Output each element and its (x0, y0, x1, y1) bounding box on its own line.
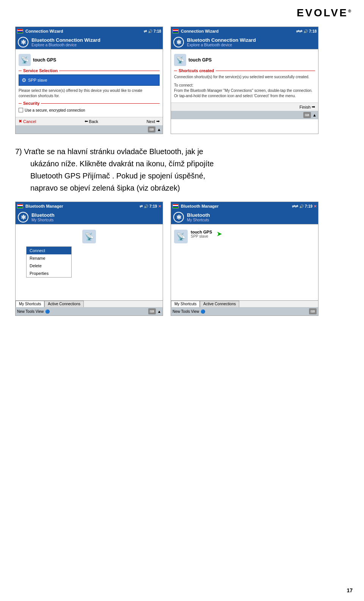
logo-registered: ® (348, 9, 353, 13)
wm-body-left: 📡 touch GPS Service Selection ⚙ SPP slav… (16, 49, 163, 117)
taskbar-right: ⌨ ▲ (171, 111, 318, 119)
bt-toolbar-right: New Tools View 🔵 ⌨ (171, 307, 318, 315)
green-arrow-icon: ➤ (217, 230, 222, 238)
cancel-button[interactable]: ✖ Cancel (19, 119, 36, 124)
header-title-right: Bluetooth Connection Wizard (187, 37, 256, 43)
wm-bt-header-right: ✻ Bluetooth My Shortcuts (171, 210, 318, 224)
bottom-screenshots-row: Bluetooth Manager ⇌ 🔊 7:19 ✕ ✻ Bluetooth… (15, 202, 349, 316)
titlebar-title-left: Connection Wizard (25, 29, 144, 33)
bluetooth-icon-left: ✻ (18, 37, 28, 47)
new-tools-icon-left: 🔵 (45, 309, 50, 314)
wm-bt-header-left: ✻ Bluetooth My Shortcuts (16, 210, 163, 224)
device-icon-left: 📡 (19, 54, 31, 66)
bt-shortcut-icon-left: 📡 (82, 230, 96, 243)
bt-header-title-right: Bluetooth (187, 212, 210, 218)
top-screenshots-row: Connection Wizard ⇌ 🔊 7:18 ✻ Bluetooth C… (15, 27, 349, 134)
body-line1: Vraťte se na hlavní stránku ovladače Blu… (24, 147, 203, 156)
new-tools-icon-right: 🔵 (201, 309, 205, 314)
cancel-icon: ✖ (19, 119, 22, 124)
tab-active-connections-right[interactable]: Active Connections (200, 301, 239, 307)
start-flag-icon-right (173, 29, 179, 33)
titlebar-icons-left: ⇌ 🔊 7:18 (144, 29, 161, 33)
screen-bt-manager-left: Bluetooth Manager ⇌ 🔊 7:19 ✕ ✻ Bluetooth… (15, 202, 163, 316)
security-checkbox-row: Use a secure, encrypted connection (19, 108, 160, 112)
next-button[interactable]: Next ➡ (146, 119, 160, 124)
shortcuts-description2: To connect: From the Bluetooth Manager "… (174, 83, 315, 99)
header-title-left: Bluetooth Connection Wizard (31, 37, 100, 43)
bt-icon-left: ✻ (18, 212, 28, 222)
bt-tabs-left: My Shortcuts Active Connections (16, 300, 163, 307)
page-number: 17 (347, 587, 353, 593)
body-line4: napravo se objeví zelená šipka (viz obrá… (30, 184, 180, 192)
security-label: Use a secure, encrypted connection (25, 108, 85, 112)
context-menu-rename[interactable]: Rename (27, 254, 71, 262)
step-number: 7) (15, 147, 22, 156)
bt-titlebar-title-right: Bluetooth Manager (181, 204, 292, 208)
security-checkbox[interactable] (19, 108, 23, 112)
titlebar-title-right: Connection Wizard (181, 29, 296, 33)
keyboard-icon-bt-left[interactable]: ⌨ (148, 308, 156, 314)
tab-my-shortcuts-right[interactable]: My Shortcuts (171, 301, 200, 307)
evolve-logo: EVOLVE® (297, 7, 353, 19)
bluetooth-icon-right: ✻ (173, 37, 184, 47)
bt-header-subtitle-left: My Shortcuts (31, 218, 55, 222)
device-row-right: 📡 touch GPS (174, 54, 315, 66)
service-list[interactable]: ⚙ SPP slave (19, 74, 160, 86)
wm-buttons-left: ✖ Cancel ⬅ Back Next ➡ (16, 117, 163, 125)
section-security-label: Security (19, 101, 160, 106)
device-row-left: 📡 touch GPS (19, 54, 160, 66)
bt-body-left: 📡 Connect Rename Delete Properties (16, 224, 163, 300)
body-text: 7) Vraťte se na hlavní stránku ovladače … (15, 145, 349, 194)
bt-titlebar-icons-left: ⇌ 🔊 7:19 ✕ (140, 204, 161, 208)
finish-button[interactable]: Finish ➡ (300, 104, 315, 109)
titlebar-icons-right: ⇌⇌ 🔊 7:18 (296, 29, 317, 33)
bt-body-right: 📡 touch GPS SPP slave ➤ (171, 224, 318, 300)
back-icon: ⬅ (85, 119, 88, 124)
bt-header-subtitle-right: My Shortcuts (187, 218, 210, 222)
body-line3: Bluetooth GPS Přijímač . Pokud je spojen… (30, 172, 205, 180)
page-number-value: 17 (347, 587, 353, 593)
bt-header-title-left: Bluetooth (31, 212, 55, 218)
bt-device-sub-right: SPP slave (191, 234, 212, 238)
bt-device-connected-row: 📡 touch GPS SPP slave ➤ (174, 230, 315, 243)
bt-device-name-right: touch GPS (191, 230, 212, 234)
device-name-right: touch GPS (188, 57, 212, 63)
context-menu-delete[interactable]: Delete (27, 262, 71, 270)
shortcuts-description1: Connection shortcut(s) for the service(s… (174, 74, 315, 80)
keyboard-icon-left[interactable]: ⌨ (148, 126, 155, 133)
tab-active-connections-left[interactable]: Active Connections (44, 301, 84, 307)
logo-text: EVOLVE (297, 7, 348, 19)
device-icon-right: 📡 (174, 54, 186, 66)
context-menu-connect[interactable]: Connect (27, 247, 71, 254)
header-subtitle-right: Explore a Bluetooth device (187, 43, 256, 47)
keyboard-icon-right[interactable]: ⌨ (303, 112, 311, 118)
screen-connection-wizard-left: Connection Wizard ⇌ 🔊 7:18 ✻ Bluetooth C… (15, 27, 163, 134)
bt-shortcut-icon-right: 📡 (174, 230, 188, 243)
header-subtitle-left: Explore a Bluetooth device (31, 43, 100, 47)
back-button[interactable]: ⬅ Back (85, 119, 98, 124)
bt-toolbar-left: New Tools View 🔵 ⌨ ▲ (16, 307, 163, 315)
titlebar-left: Connection Wizard ⇌ 🔊 7:18 (16, 27, 163, 35)
taskbar-left: ⌨ ▲ (16, 125, 163, 134)
bt-tabs-right: My Shortcuts Active Connections (171, 300, 318, 307)
context-menu-properties[interactable]: Properties (27, 270, 71, 277)
start-flag-bt-right (173, 204, 179, 208)
next-icon: ➡ (156, 119, 160, 124)
wm-header-right: ✻ Bluetooth Connection Wizard Explore a … (171, 35, 318, 49)
finish-icon: ➡ (312, 104, 315, 109)
service-icon: ⚙ (22, 77, 27, 83)
bt-shortcut-item-left: 📡 (19, 230, 160, 243)
bt-titlebar-title-left: Bluetooth Manager (25, 204, 140, 208)
finish-btn-row: Finish ➡ (171, 103, 318, 111)
section-service-label: Service Selection (19, 68, 160, 73)
bt-titlebar-icons-right: ⇌⇌ 🔊 7:19 ✕ (292, 204, 317, 208)
section-shortcuts-label: Shortcuts created (174, 68, 315, 73)
security-section: Use a secure, encrypted connection (19, 108, 160, 112)
keyboard-icon-bt-right[interactable]: ⌨ (309, 308, 317, 314)
start-flag-icon (17, 29, 23, 33)
device-name-left: touch GPS (33, 57, 56, 63)
tab-my-shortcuts-left[interactable]: My Shortcuts (16, 301, 44, 307)
titlebar-bt-left: Bluetooth Manager ⇌ 🔊 7:19 ✕ (16, 202, 163, 210)
body-line2: ukázáno níže. Klikněte dvakrát na ikonu,… (30, 159, 214, 168)
screen-bt-manager-right: Bluetooth Manager ⇌⇌ 🔊 7:19 ✕ ✻ Bluetoot… (171, 202, 318, 316)
